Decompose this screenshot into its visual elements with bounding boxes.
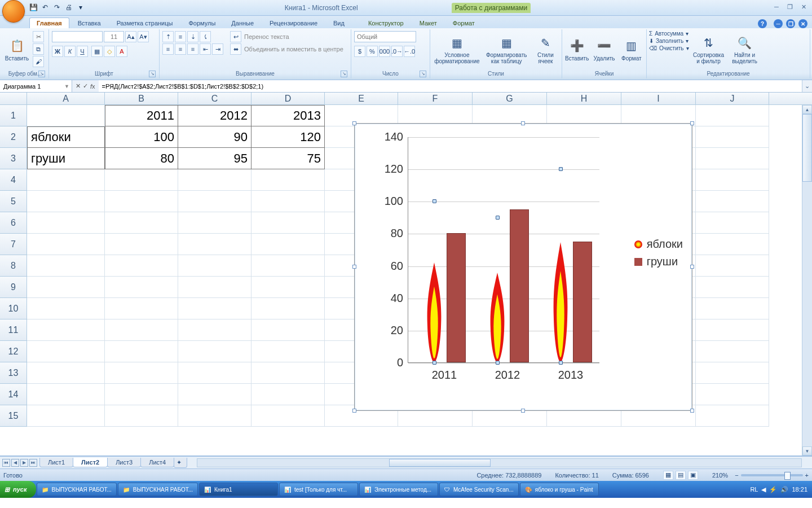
- cancel-formula-icon[interactable]: ✕: [76, 82, 81, 90]
- column-header-D[interactable]: D: [251, 93, 325, 104]
- print-icon[interactable]: 🖨: [64, 2, 74, 12]
- currency-icon[interactable]: $: [354, 46, 365, 57]
- bar-pears-2012[interactable]: [510, 209, 529, 362]
- row-header-6[interactable]: 6: [0, 212, 27, 234]
- cell-C6[interactable]: [178, 212, 251, 234]
- align-dialog-icon[interactable]: ↘: [341, 71, 347, 77]
- taskbar-item[interactable]: 📊test [Только для чт...: [279, 483, 358, 496]
- tray-icon[interactable]: ◀: [761, 486, 766, 493]
- column-header-G[interactable]: G: [473, 93, 547, 104]
- cell-B15[interactable]: [105, 405, 178, 427]
- column-header-E[interactable]: E: [325, 93, 398, 104]
- cell-J10[interactable]: [696, 298, 769, 319]
- sheet-tab-1[interactable]: Лист1: [39, 458, 73, 467]
- cell-C2[interactable]: 90: [178, 126, 251, 148]
- insert-sheet-icon[interactable]: ✦: [174, 458, 187, 468]
- italic-icon[interactable]: К: [64, 46, 76, 57]
- cell-J1[interactable]: [696, 105, 769, 126]
- row-header-13[interactable]: 13: [0, 362, 27, 384]
- cell-B8[interactable]: [105, 255, 178, 277]
- cell-J8[interactable]: [696, 255, 769, 277]
- cell-D3[interactable]: 75: [251, 148, 325, 169]
- decrease-font-icon[interactable]: A▾: [138, 31, 149, 42]
- conditional-format-button[interactable]: ▦Условное форматирование: [433, 30, 482, 69]
- cell-D9[interactable]: [251, 277, 325, 298]
- cell-J14[interactable]: [696, 384, 769, 405]
- font-combo[interactable]: [52, 31, 103, 42]
- cell-C11[interactable]: [178, 319, 251, 341]
- column-header-A[interactable]: A: [27, 93, 105, 104]
- name-box[interactable]: ▼: [0, 80, 72, 92]
- bar-pears-2011[interactable]: [447, 233, 466, 362]
- row-header-3[interactable]: 3: [0, 148, 27, 169]
- cell-A10[interactable]: [27, 298, 105, 319]
- close-icon[interactable]: ✕: [797, 2, 810, 11]
- decrease-indent-icon[interactable]: ⇤: [200, 43, 211, 55]
- sort-filter-button[interactable]: ⇅Сортировка и фильтр: [691, 30, 726, 69]
- cell-J6[interactable]: [696, 212, 769, 234]
- font-dialog-icon[interactable]: ↘: [149, 71, 156, 77]
- cell-D10[interactable]: [251, 298, 325, 319]
- row-header-8[interactable]: 8: [0, 255, 27, 277]
- underline-icon[interactable]: Ч: [77, 46, 88, 57]
- cell-C9[interactable]: [178, 277, 251, 298]
- cell-B11[interactable]: [105, 319, 178, 341]
- row-header-15[interactable]: 15: [0, 405, 27, 427]
- tab-view[interactable]: Вид: [326, 17, 352, 28]
- cell-D12[interactable]: [251, 341, 325, 362]
- align-left-icon[interactable]: ≡: [162, 43, 174, 55]
- tab-chart-layout[interactable]: Макет: [412, 17, 444, 28]
- percent-icon[interactable]: %: [367, 46, 378, 57]
- zoom-level[interactable]: 210%: [712, 472, 728, 479]
- cell-C14[interactable]: [178, 384, 251, 405]
- bar-apples-2013[interactable]: [553, 242, 568, 362]
- cell-D14[interactable]: [251, 384, 325, 405]
- cell-B7[interactable]: [105, 234, 178, 255]
- start-button[interactable]: ⊞пуск: [0, 481, 36, 498]
- cell-C7[interactable]: [178, 234, 251, 255]
- zoom-in-icon[interactable]: +: [805, 472, 809, 479]
- cell-C3[interactable]: 95: [178, 148, 251, 169]
- column-header-B[interactable]: B: [105, 93, 178, 104]
- chart-legend[interactable]: яблоки груши: [634, 233, 683, 273]
- cell-A1[interactable]: [27, 105, 105, 126]
- tab-nav-first-icon[interactable]: ⏮: [2, 459, 10, 467]
- row-header-9[interactable]: 9: [0, 277, 27, 298]
- cell-B3[interactable]: 80: [105, 148, 178, 169]
- scroll-down-icon[interactable]: ▼: [802, 446, 812, 456]
- scroll-thumb[interactable]: [802, 114, 812, 182]
- undo-icon[interactable]: ↶: [40, 2, 50, 12]
- borders-icon[interactable]: ▦: [91, 46, 103, 57]
- view-break-icon[interactable]: ▣: [688, 471, 698, 480]
- ribbon-close-icon[interactable]: ✕: [798, 19, 807, 28]
- format-cells-button[interactable]: ▥Формат: [619, 30, 644, 69]
- cell-D6[interactable]: [251, 212, 325, 234]
- increase-decimal-icon[interactable]: .0→: [391, 46, 403, 57]
- cell-B4[interactable]: [105, 169, 178, 191]
- format-as-table-button[interactable]: ▦Форматировать как таблицу: [484, 30, 529, 69]
- number-format-combo[interactable]: Общий: [354, 31, 416, 42]
- minimize-icon[interactable]: ─: [770, 2, 783, 11]
- bar-pears-2013[interactable]: [573, 242, 592, 362]
- font-color-icon[interactable]: A: [116, 46, 127, 57]
- fill-color-icon[interactable]: ◇: [104, 46, 115, 57]
- formula-input[interactable]: [99, 80, 802, 92]
- cell-J12[interactable]: [696, 341, 769, 362]
- row-header-12[interactable]: 12: [0, 341, 27, 362]
- cell-C13[interactable]: [178, 362, 251, 384]
- taskbar-item[interactable]: 📊Книга1: [199, 483, 278, 496]
- row-header-4[interactable]: 4: [0, 169, 27, 191]
- row-header-10[interactable]: 10: [0, 298, 27, 319]
- tray-network-icon[interactable]: ⚡: [769, 486, 777, 493]
- cell-A13[interactable]: [27, 362, 105, 384]
- language-indicator[interactable]: RL: [750, 486, 758, 493]
- column-header-C[interactable]: C: [178, 93, 251, 104]
- insert-cells-button[interactable]: ➕Вставить: [564, 30, 589, 69]
- cell-J15[interactable]: [696, 405, 769, 427]
- clock[interactable]: 18:21: [792, 486, 807, 493]
- sheet-tab-4[interactable]: Лист4: [140, 458, 174, 467]
- taskbar-item[interactable]: 🛡McAfee Security Scan...: [439, 483, 519, 496]
- chart-object[interactable]: 201120122013 020406080100120140 яблоки г…: [354, 123, 692, 411]
- cell-D4[interactable]: [251, 169, 325, 191]
- column-header-H[interactable]: H: [547, 93, 621, 104]
